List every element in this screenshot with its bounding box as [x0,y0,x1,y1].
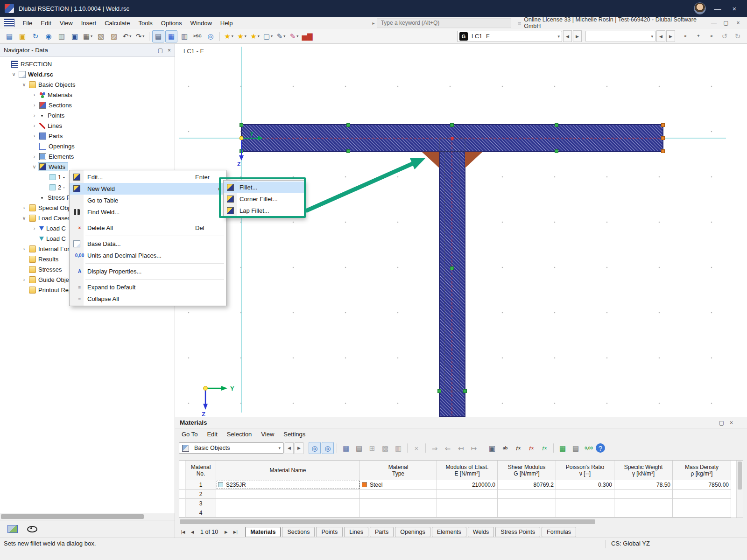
copy-icon[interactable]: ▧▾ [95,30,107,42]
tree-item[interactable]: › Materials [0,90,175,100]
move-left-icon[interactable]: ↤ [455,442,467,454]
submenu-item[interactable]: Corner Fillet... [224,193,304,205]
print-icon[interactable]: ▦▾ [82,30,94,42]
line-style-icon[interactable]: ✎▾ [275,30,287,42]
view-model-icon[interactable]: ▤▾ [152,30,164,42]
clipboard-icon[interactable]: ▨▾ [108,30,120,42]
formula-delete-icon[interactable]: ƒx [525,442,537,454]
tree-expander[interactable]: › [21,277,28,282]
menu-item[interactable]: Options [157,17,186,29]
tree-item[interactable]: Openings [0,141,175,151]
cell-specific-weight[interactable]: 78.50 [614,480,673,490]
edit-object-icon[interactable]: ★▾ [236,30,248,42]
materials-menu-item[interactable]: Edit [202,431,222,438]
tree-expander[interactable]: › [21,246,28,252]
table-tab[interactable]: Welds [468,527,494,537]
tree-expander[interactable]: ∨ [21,82,28,88]
cell-modulus[interactable] [437,508,498,518]
cell-material-no[interactable]: 3 [186,499,216,508]
doc-close-button[interactable]: × [734,20,742,26]
search-input[interactable] [377,18,511,28]
table-fill-icon[interactable]: ▦ [340,442,352,454]
cell-material-no[interactable]: 1 [186,480,216,490]
submenu-item[interactable]: Fillet... [224,182,304,193]
menu-item[interactable]: Tools [134,17,156,29]
table-toolbar-icon[interactable] [407,443,408,453]
tree-expander[interactable]: › [31,123,38,128]
model-viewport[interactable]: Y Z Y Z LC1 - F [175,44,747,417]
rotate-icon[interactable]: ↻ [732,30,744,42]
tree-expander[interactable]: › [31,112,38,118]
last-page-button[interactable]: ▶| [231,528,240,536]
scrollbar-thumb[interactable] [738,462,742,490]
tree-expander[interactable]: ∨ [10,71,17,77]
sc-export-icon[interactable]: >SC▾ [191,30,204,42]
formula-icon[interactable]: ƒx [512,442,524,454]
tree-item[interactable]: RSECTION [0,59,175,69]
export-row-icon[interactable]: ⇒ [429,442,441,454]
table-row[interactable]: 2 [179,490,743,499]
menu-item[interactable]: Calculate [100,17,134,29]
data-navigator-tab-icon[interactable] [7,525,18,533]
context-menu-item[interactable]: ▸ [70,261,226,266]
delete-row-icon[interactable]: × [410,442,423,454]
context-menu-item[interactable]: ▸ [70,277,226,281]
tree-item[interactable]: › Elements [0,151,175,161]
first-page-button[interactable]: |◀ [179,528,187,536]
context-menu-item[interactable]: Find Weld... ▸ [70,206,226,218]
model-canvas[interactable]: Y Z Y Z [175,44,747,417]
units-settings-icon[interactable]: 0,00 [583,442,595,454]
print-preview-icon[interactable]: ▥▾ [56,30,68,42]
materials-menu-item[interactable]: View [256,431,279,438]
table-next-button[interactable]: ▶ [295,442,303,454]
cell-material-name[interactable] [216,508,360,518]
cell-material-no[interactable]: 4 [186,508,216,518]
tree-item[interactable]: › Sections [0,100,175,110]
sync-view-icon[interactable]: ◎ [322,442,334,454]
context-menu-item[interactable]: Go to Table ▸ [70,195,226,206]
table-tab[interactable]: Lines [344,527,368,537]
context-menu-item[interactable]: Base Data... ▸ [70,238,226,250]
pan-icon[interactable]: + [692,30,705,42]
center-grip[interactable] [451,137,454,140]
navigator-float-button[interactable]: ▢ [158,47,163,54]
cell-poisson[interactable] [556,508,614,518]
undo-icon[interactable]: ↶▾ [121,30,133,42]
toolbar-overflow-icon[interactable]: » [679,30,691,42]
cell-material-name[interactable]: S235JR [216,480,360,490]
results-diagram-icon[interactable]: ▅▇▾ [301,30,313,42]
column-filter-icon[interactable]: ▥ [392,442,404,454]
tree-expander[interactable]: › [31,133,38,139]
menu-item[interactable]: Edit [36,17,55,29]
secondary-next-button[interactable]: ▶ [666,30,675,42]
autocomplete-icon[interactable]: ab [499,442,511,454]
secondary-prev-button[interactable]: ◀ [656,30,665,42]
navigator-hscrollbar[interactable] [0,513,175,520]
tree-item[interactable]: ∨ Weld.rsc [0,69,175,79]
table-tab[interactable]: Stress Points [495,527,540,537]
table-tab[interactable]: Formulas [542,527,576,537]
cell-mass-density[interactable]: 7850.00 [673,480,731,490]
render-sphere-icon[interactable]: ◎▾ [204,30,217,42]
table-filter-combo[interactable]: Basic Objects ▾ [179,442,284,454]
web-part[interactable] [439,152,465,417]
cell-modulus[interactable] [437,490,498,499]
doc-restore-button[interactable]: ▢ [722,20,730,26]
tree-expander[interactable]: › [31,225,38,231]
pattern-fill-icon[interactable]: ▩ [379,442,391,454]
tree-item[interactable]: › Lines [0,120,175,131]
import-row-icon[interactable]: ⇐ [442,442,454,454]
cell-specific-weight[interactable] [614,490,673,499]
doc-minimize-button[interactable]: — [710,20,718,26]
user-avatar[interactable] [694,2,706,14]
table-tab[interactable]: Openings [395,527,430,537]
cell-material-type[interactable] [360,490,437,499]
cell-poisson[interactable] [556,490,614,499]
submenu-item[interactable]: Lap Fillet... [224,205,304,217]
load-case-combo[interactable]: G LC1 F ▾ [457,31,562,42]
context-menu-item[interactable]: Edit... Enter ▸ [70,171,226,183]
add-row-icon[interactable]: ⊞ [366,442,378,454]
help-icon[interactable]: ? [596,443,605,453]
toolbar-overflow2-icon[interactable]: » [705,30,718,42]
table-hscrollbar[interactable] [179,519,743,525]
